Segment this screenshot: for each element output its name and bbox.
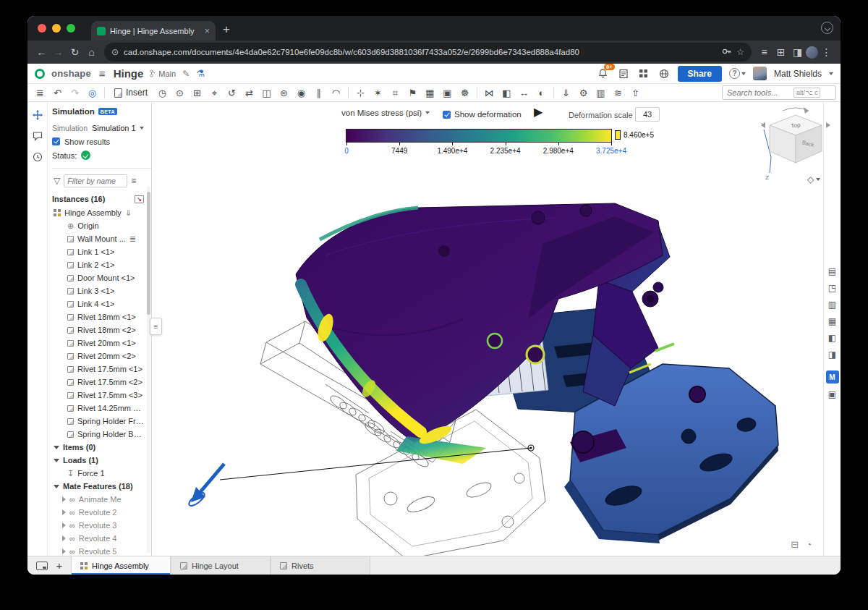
custom-app-panel-icon[interactable]: M [826, 370, 839, 384]
versions-history-tab-icon[interactable] [32, 151, 43, 163]
scrollbar-thumb[interactable] [147, 192, 150, 315]
comments-panel-tab-icon[interactable] [32, 130, 43, 142]
tree-item-mate[interactable]: ∞ Revolute 5 [52, 545, 151, 556]
mates-panel-icon[interactable]: ▥ [826, 297, 839, 310]
force-arrow-annotation[interactable] [187, 445, 534, 508]
snapshot-icon[interactable]: ⌗ [387, 85, 404, 101]
named-positions-icon[interactable]: ⚑ [404, 85, 421, 101]
workspace-selector[interactable]: Main [150, 69, 176, 78]
export-icon[interactable]: ⇧ [627, 85, 644, 101]
simulation-load-icon[interactable]: ⇓ [558, 85, 574, 101]
model-canvas[interactable] [152, 102, 823, 556]
password-key-icon[interactable] [721, 46, 731, 59]
tree-item[interactable]: Link 4 <1> [52, 297, 151, 310]
document-menu-icon[interactable]: ≡ [98, 67, 107, 80]
tree-item[interactable]: Link 1 <1> [52, 245, 151, 258]
tree-item[interactable]: Rivet 20mm <1> [52, 336, 151, 350]
colorbar-min-value[interactable]: 0 [344, 147, 349, 155]
tree-section-items[interactable]: Items (0) [52, 441, 151, 454]
tab-overview-icon[interactable] [36, 562, 48, 570]
measure-icon[interactable]: ↔ [516, 85, 532, 101]
minimize-window-button[interactable] [52, 24, 61, 33]
element-tab-hinge-assembly[interactable]: Hinge Assembly [71, 556, 171, 575]
new-element-tab-button[interactable]: + [52, 559, 67, 572]
reading-list-icon[interactable]: ≡ [756, 43, 773, 61]
tree-item-mate[interactable]: ∞ Revolute 2 [52, 506, 151, 519]
element-tab-hinge-layout[interactable]: Hinge Layout [171, 556, 271, 575]
colorbar-max-range-value[interactable]: 3.725e+4 [596, 147, 626, 155]
extensions-icon[interactable]: ⊞ [773, 43, 789, 61]
explode-icon[interactable]: ✶ [370, 85, 386, 101]
tree-item[interactable]: Rivet 17.5mm <1> [52, 363, 151, 376]
show-results-checkbox[interactable]: Show results [52, 135, 151, 148]
view-cube[interactable]: Y Z Top Back [760, 105, 832, 182]
tree-item[interactable]: Rivet 18mm <2> [52, 323, 151, 336]
tree-item-assembly[interactable]: Hinge Assembly ⇓ [52, 206, 151, 219]
tree-section-mates[interactable]: Mate Features (18) [52, 480, 151, 493]
linear-pattern-icon[interactable]: ▣ [439, 85, 456, 101]
properties-panel-icon[interactable]: ◨ [826, 347, 839, 360]
forward-icon[interactable]: → [50, 43, 67, 61]
cylindrical-mate-icon[interactable]: ⊜ [276, 85, 292, 101]
circular-pattern-icon[interactable]: ☸ [456, 85, 473, 101]
group-icon[interactable]: ⊞ [189, 85, 205, 101]
filter-by-name-input[interactable] [64, 174, 127, 187]
revolute-mate-icon[interactable]: ↺ [224, 85, 240, 101]
insert-button[interactable]: Insert [109, 88, 153, 98]
show-deformation-checkbox[interactable]: Show deformation [443, 110, 522, 119]
back-icon[interactable]: ← [33, 43, 50, 61]
tree-item[interactable]: Link 2 <1> [52, 258, 151, 271]
tree-item-origin[interactable]: ⊕ Origin [52, 219, 151, 232]
address-bar[interactable]: ⊙ cad.onshape.com/documents/4e4da0e62c79… [104, 43, 752, 62]
tab-search-icon[interactable] [821, 22, 833, 34]
appearance-panel-icon[interactable]: ◧ [826, 331, 839, 344]
undo-icon[interactable]: ↶ [49, 85, 66, 101]
new-tab-button[interactable]: + [223, 22, 230, 37]
notifications-bell-icon[interactable]: 8+ [597, 67, 610, 80]
history-icon[interactable]: ◷ [154, 85, 171, 101]
panel-toggle-handle[interactable]: ≡ [150, 318, 162, 335]
deformation-scale-input[interactable] [635, 107, 660, 122]
tangent-mate-icon[interactable]: ◠ [328, 85, 344, 101]
viewcube-roll-arrowhead[interactable] [804, 107, 809, 114]
tree-item[interactable]: Rivet 17.5mm <2> [52, 376, 151, 389]
user-menu-chevron-icon[interactable] [829, 72, 833, 75]
site-info-icon[interactable]: ⊙ [111, 47, 119, 57]
tree-item[interactable]: Spring Holder Front <... [52, 415, 151, 428]
insert-instance-icon[interactable]: ↘ [135, 195, 144, 203]
close-window-button[interactable] [38, 24, 46, 33]
transform-icon[interactable]: ⊹ [352, 85, 369, 101]
mate-connector-icon[interactable]: ⌖ [206, 85, 223, 101]
reload-icon[interactable]: ↻ [67, 43, 83, 61]
planar-mate-icon[interactable]: ◫ [258, 85, 275, 101]
maximize-window-button[interactable] [67, 24, 75, 33]
graphics-viewport[interactable]: von Mises stress (psi) Show deformation … [152, 102, 823, 556]
section-view-icon[interactable]: ◧ [498, 85, 515, 101]
language-globe-icon[interactable] [658, 67, 671, 80]
simulation-settings-icon[interactable]: ⚙ [575, 85, 592, 101]
side-panel-icon[interactable]: ◨ [789, 43, 806, 61]
printer-icon[interactable]: ⊟ [791, 539, 799, 550]
simulation-panel-tab-icon[interactable] [32, 109, 43, 121]
release-notes-icon[interactable] [617, 67, 630, 80]
tree-item-mate[interactable]: ∞ Revolute 3 [52, 519, 151, 532]
rename-pencil-icon[interactable]: ✎ [182, 69, 190, 79]
stress-measure-dropdown[interactable]: von Mises stress (psi) [341, 109, 430, 117]
tree-item[interactable]: Link 3 <1> [52, 284, 151, 297]
simulation-flask-icon[interactable]: ⚗ [196, 68, 205, 79]
results-icon[interactable]: ▥ [592, 85, 609, 101]
ball-mate-icon[interactable]: ◉ [293, 85, 310, 101]
mirror-icon[interactable]: ⋈ [481, 85, 498, 101]
home-icon[interactable]: ⌂ [83, 43, 100, 61]
bom-icon[interactable]: ▦ [422, 85, 438, 101]
instances-header[interactable]: Instances (16) [52, 195, 105, 203]
instances-panel-icon[interactable]: ◳ [826, 281, 839, 294]
tree-item-mate[interactable]: ∞ Animate Me [52, 493, 151, 506]
list-view-icon[interactable]: ≡ [131, 176, 136, 186]
play-animation-button[interactable]: ▶ [534, 105, 542, 119]
assembly-structure-icon[interactable]: ≣ [32, 85, 48, 101]
tree-item[interactable]: Spring Holder Back <1> [52, 428, 151, 441]
simulation-selector[interactable]: Simulation 1 [92, 124, 144, 132]
tree-item-force[interactable]: ↧ Force 1 [52, 467, 151, 480]
user-avatar[interactable] [753, 67, 767, 80]
